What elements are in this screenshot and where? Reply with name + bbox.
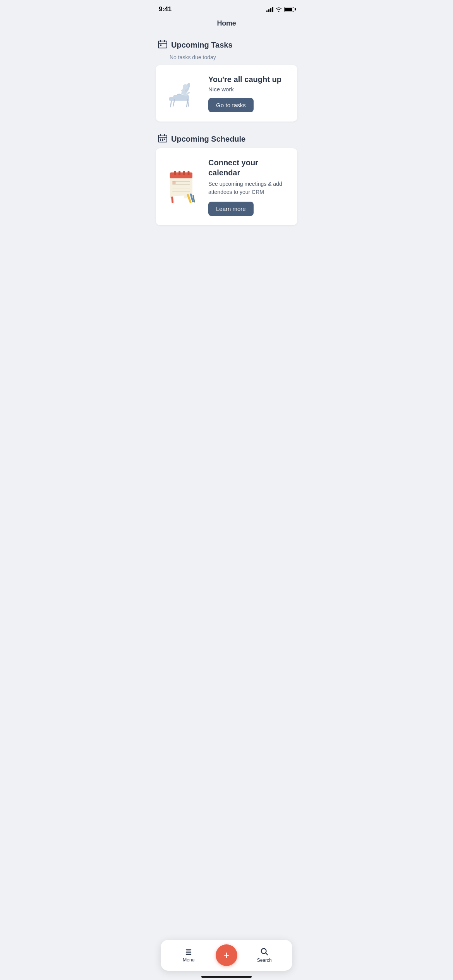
battery-icon <box>284 7 294 12</box>
svg-line-5 <box>170 100 172 107</box>
tasks-subtitle: No tasks due today <box>151 54 302 65</box>
upcoming-schedule-header: Upcoming Schedule <box>151 128 302 148</box>
calendar-text: Connect your calendar See upcoming meeti… <box>208 158 290 216</box>
calendar-card: Connect your calendar See upcoming meeti… <box>156 148 297 225</box>
signal-icon <box>266 7 273 12</box>
go-to-tasks-button[interactable]: Go to tasks <box>208 98 254 112</box>
svg-rect-26 <box>178 171 180 175</box>
status-time: 9:41 <box>159 5 172 13</box>
svg-rect-18 <box>160 139 161 140</box>
connect-calendar-title: Connect your calendar <box>208 158 290 178</box>
upcoming-tasks-header: Upcoming Tasks <box>151 34 302 54</box>
caught-up-subtitle: Nice work <box>208 86 290 93</box>
caught-up-card: You're all caught up Nice work Go to tas… <box>156 65 297 122</box>
page-title: Home <box>151 19 302 27</box>
upcoming-schedule-title: Upcoming Schedule <box>171 135 245 144</box>
relaxing-illustration <box>163 76 202 111</box>
caught-up-text: You're all caught up Nice work Go to tas… <box>208 74 290 112</box>
svg-rect-19 <box>162 139 163 140</box>
svg-rect-28 <box>188 171 190 175</box>
schedule-icon <box>158 134 167 144</box>
main-content: Upcoming Tasks No tasks due today <box>151 34 302 278</box>
svg-rect-4 <box>160 45 161 46</box>
caught-up-title: You're all caught up <box>208 74 290 84</box>
calendar-illustration <box>163 168 202 206</box>
svg-rect-0 <box>158 41 167 48</box>
svg-rect-25 <box>174 171 176 175</box>
wifi-icon <box>276 7 282 12</box>
upcoming-tasks-title: Upcoming Tasks <box>171 41 233 50</box>
svg-rect-21 <box>160 140 161 141</box>
tasks-icon <box>158 40 167 50</box>
svg-rect-20 <box>164 139 165 140</box>
status-icons <box>266 7 294 12</box>
connect-calendar-subtitle: See upcoming meetings & add attendees to… <box>208 180 290 196</box>
svg-rect-22 <box>162 140 163 141</box>
learn-more-button[interactable]: Learn more <box>208 202 254 216</box>
page-title-bar: Home <box>151 15 302 34</box>
svg-rect-27 <box>183 171 185 175</box>
svg-rect-33 <box>172 181 175 184</box>
status-bar: 9:41 <box>151 0 302 15</box>
